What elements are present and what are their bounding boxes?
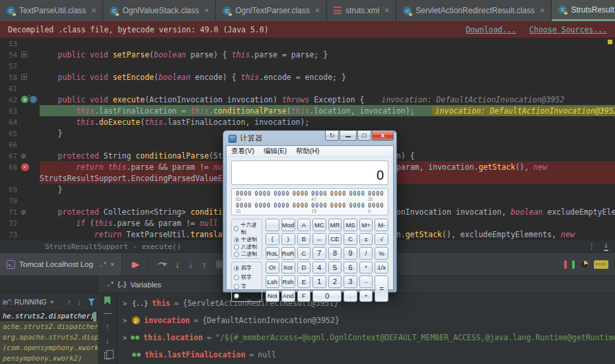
calc-button-E[interactable]: E [297, 275, 311, 288]
hide-panel-icon[interactable]: ↓ [604, 242, 608, 251]
editor-tab-StrutsResultSupport.class[interactable]: CStrutsResultSupport.class× [552, 0, 615, 21]
radio-word-字节[interactable]: 字节 [234, 292, 260, 299]
breadcrumb-method[interactable]: execute() [141, 242, 181, 251]
radio-base-十六进制[interactable]: 十六进制 [234, 221, 260, 236]
stack-frame[interactable]: (com.opensymphony.xwork2) [0, 342, 98, 353]
calc-button-M-[interactable]: M- [375, 219, 388, 231]
radio-word-双字[interactable]: 双字 [234, 273, 260, 281]
calc-button-RoL[interactable]: RoL [266, 247, 279, 260]
calc-button-←[interactable]: ← [312, 233, 326, 246]
close-tab-icon[interactable]: × [91, 6, 96, 15]
calc-button-.[interactable]: . [344, 290, 357, 303]
more-icon[interactable]: ⋮ [588, 242, 596, 251]
prev-frame-icon[interactable]: ↑ [67, 298, 71, 306]
stack-frames-list[interactable]: he.struts2.dispatcher)ache.struts2.dispa… [0, 310, 98, 364]
close-tab-icon[interactable]: × [110, 260, 115, 268]
calc-button-7[interactable]: 7 [312, 247, 326, 260]
calc-button-A[interactable]: A [297, 219, 311, 231]
calc-button-RoR[interactable]: RoR [281, 247, 295, 260]
force-step-into-icon[interactable]: ↓ [189, 260, 194, 269]
variable-row[interactable]: >pinvocation={DefaultActionInvocation@39… [118, 312, 615, 329]
fold-icon[interactable]: + [21, 52, 27, 57]
annotation-marker-icon[interactable]: ◎ [21, 151, 26, 160]
radio-base-八进制[interactable]: 八进制 [234, 243, 260, 250]
calc-button-MC[interactable]: MC [312, 219, 326, 231]
calc-button-=[interactable]: = [375, 275, 388, 302]
stack-frame[interactable]: org.apache.struts2.dispatcher) [0, 332, 98, 342]
calc-button-%[interactable]: % [375, 247, 388, 260]
calc-button-B[interactable]: B [297, 233, 311, 246]
implement-marker-icon[interactable]: ◦ [30, 96, 37, 103]
inspection-marker[interactable] [608, 40, 612, 44]
calc-button--[interactable]: - [359, 275, 373, 288]
calc-button-Lsh[interactable]: Lsh [266, 275, 279, 288]
thread-dropdown[interactable]: in": RUNNING ▼ [3, 298, 55, 306]
calc-button-√[interactable]: √ [375, 233, 388, 246]
calc-button-±[interactable]: ± [359, 233, 373, 246]
close-tab-icon[interactable]: × [204, 6, 209, 15]
calc-button-)[interactable]: ) [281, 233, 295, 246]
calc-button-MR[interactable]: MR [328, 219, 342, 231]
menu-item-编辑(E)[interactable]: 编辑(E) [259, 147, 291, 156]
expand-chevron-icon[interactable]: > [123, 317, 128, 324]
move-watch-up-icon[interactable]: ↑ [105, 322, 110, 330]
resume-icon[interactable]: ▮▶ [131, 261, 139, 268]
gutter[interactable]: ◎ [20, 207, 40, 216]
calc-button-C[interactable]: C [297, 247, 311, 260]
calc-button-/[interactable]: / [359, 247, 373, 260]
calc-button-And[interactable]: And [281, 290, 295, 303]
calc-button-CE[interactable]: CE [328, 233, 342, 246]
flip-3d-icon[interactable]: ↻ [325, 131, 339, 141]
calc-button-*[interactable]: * [359, 262, 373, 274]
step-into-icon[interactable]: ↓ [175, 260, 180, 269]
maximize-icon[interactable] [357, 131, 371, 141]
calc-button-Xor[interactable]: Xor [281, 262, 295, 274]
calc-button-Or[interactable]: Or [266, 262, 279, 274]
remove-watch-icon[interactable]: — [104, 310, 112, 316]
bookmark-icon[interactable] [104, 297, 110, 305]
editor-tab-struts.xml[interactable]: struts.xml× [327, 0, 396, 21]
calc-button-Mod[interactable]: Mod [281, 219, 295, 231]
tab-tomcat-localhost-log[interactable]: ▸_ Tomcat Localhost Log →* × [0, 253, 122, 275]
annotation-marker-icon[interactable]: ◎ [21, 207, 26, 216]
profiler-gauge-icon[interactable] [580, 260, 589, 269]
stack-frame[interactable]: pensymphony.xwork2) [0, 353, 98, 363]
calc-button-([interactable]: ( [266, 233, 279, 246]
step-over-icon[interactable] [157, 262, 166, 267]
close-icon[interactable]: × [372, 131, 394, 141]
close-tab-icon[interactable]: × [384, 6, 389, 15]
calc-button-9[interactable]: 9 [344, 247, 357, 260]
calc-button-M+[interactable]: M+ [359, 219, 373, 231]
variables-panel[interactable]: >{..}this={ServletActionRedirectResult@3… [118, 293, 615, 364]
calc-button-5[interactable]: 5 [328, 262, 342, 274]
code-text[interactable]: this.lastFinalLocation = this.conditiona… [40, 105, 615, 116]
stack-frame[interactable]: he.struts2.dispatcher) [0, 310, 98, 321]
step-out-icon[interactable]: ↑ [202, 260, 207, 269]
menu-item-查看(V)[interactable]: 查看(V) [227, 147, 259, 156]
calculator-window[interactable]: 计算器 ↻ × 查看(V)编辑(E)帮助(H) 0 0000630000 000… [223, 130, 397, 293]
close-tab-icon[interactable]: × [315, 6, 320, 15]
radio-word-字[interactable]: 字 [234, 283, 260, 290]
expand-chevron-icon[interactable]: > [123, 334, 127, 342]
code-text[interactable] [40, 60, 615, 71]
expand-chevron-icon[interactable]: > [123, 300, 128, 307]
code-text[interactable]: public void execute(ActionInvocation inv… [40, 94, 615, 105]
calc-button-Not[interactable]: Not [266, 290, 279, 303]
code-text[interactable] [40, 83, 615, 94]
frames-scrollbar[interactable] [93, 312, 96, 322]
download-link[interactable]: Download... [466, 25, 516, 34]
calc-button-8[interactable]: 8 [328, 247, 342, 260]
calc-button-1/x[interactable]: 1/x [375, 262, 388, 274]
breadcrumb-class[interactable]: StrutsResultSupport [45, 242, 128, 251]
calc-button-F[interactable]: F [297, 290, 311, 303]
calc-button-Rsh[interactable]: Rsh [281, 275, 295, 288]
calc-button-1[interactable]: 1 [312, 275, 326, 288]
gutter[interactable]: ◎ [20, 151, 40, 160]
calc-button-MS[interactable]: MS [344, 219, 357, 231]
fold-icon[interactable]: + [21, 74, 27, 80]
next-frame-icon[interactable]: ↓ [78, 298, 82, 306]
variable-row[interactable]: >this.location="/${#_memberAccess=@ognl.… [118, 329, 615, 346]
gutter[interactable]: + [20, 52, 40, 57]
calc-button-+[interactable]: + [359, 290, 373, 303]
stack-frame[interactable]: ache.struts2.dispatcher) [0, 321, 98, 332]
